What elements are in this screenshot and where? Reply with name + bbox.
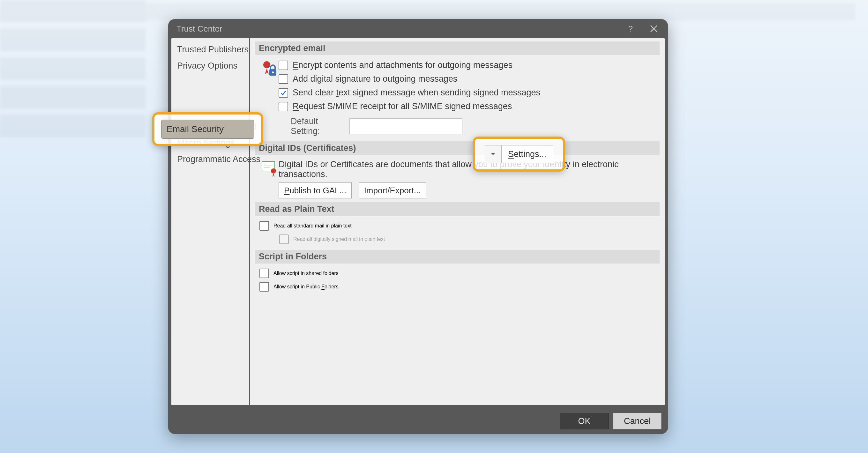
content-pane: Encrypted email Encrypt contents and att…: [250, 38, 665, 405]
trust-center-dialog: Trust Center ? Trusted Publishers Privac…: [168, 19, 668, 434]
opt-add-digital-signature[interactable]: Add digital signature to outgoing messag…: [279, 72, 656, 86]
bg-blur: [0, 115, 146, 137]
opt-read-standard-plain[interactable]: Read all standard mail in plain text: [255, 219, 660, 232]
bg-blur: [0, 57, 146, 80]
bg-blur: [0, 29, 146, 51]
section-header-encrypted-email: Encrypted email: [255, 41, 660, 55]
publish-to-gal-button[interactable]: Publish to GAL...: [279, 183, 352, 198]
default-setting-row: Default Setting:: [279, 113, 656, 137]
section-body-digital: Digital IDs or Certificates are document…: [255, 155, 660, 202]
bg-blur: [0, 0, 146, 22]
dialog-footer: OK Cancel: [560, 413, 661, 429]
section-body-encrypted: Encrypt contents and attachments for out…: [255, 55, 660, 141]
svg-point-0: [263, 61, 270, 68]
window-title: Trust Center: [177, 24, 222, 34]
opt-send-clear-text[interactable]: Send clear text signed message when send…: [279, 86, 656, 100]
default-setting-dropdown-button[interactable]: [485, 145, 501, 163]
checkbox-icon: [279, 234, 289, 244]
titlebar: Trust Center ?: [168, 19, 668, 38]
ribbon-lock-icon: [259, 58, 279, 78]
chevron-down-icon: [491, 153, 496, 156]
bg-blur: [0, 86, 146, 108]
svg-point-2: [272, 71, 274, 73]
default-setting-label: Default Setting:: [291, 117, 345, 136]
dialog-body: Trusted Publishers Privacy Options Autom…: [172, 38, 665, 405]
close-icon: [649, 24, 658, 33]
section-header-plain-text: Read as Plain Text: [255, 202, 660, 216]
default-setting-combo[interactable]: [349, 118, 462, 134]
sidebar-item-email-security[interactable]: Email Security: [161, 120, 254, 139]
checkbox-icon: [259, 221, 269, 231]
ok-button[interactable]: OK: [560, 413, 609, 429]
sidebar: Trusted Publishers Privacy Options Autom…: [172, 38, 250, 405]
checkbox-icon: [279, 61, 288, 70]
import-export-button[interactable]: Import/Export...: [359, 183, 426, 198]
opt-script-public[interactable]: Allow script in Public Folders: [255, 280, 660, 293]
opt-read-signed-plain: Read all digitally signed mail in plain …: [255, 232, 660, 246]
bg-blur: [146, 3, 855, 21]
highlight-email-security: Email Security: [152, 112, 263, 146]
section-header-script: Script in Folders: [255, 250, 660, 263]
sidebar-item-trusted-publishers[interactable]: Trusted Publishers: [172, 41, 249, 58]
opt-script-shared[interactable]: Allow script in shared folders: [255, 267, 660, 280]
checkbox-icon: [259, 282, 269, 292]
opt-request-smime-receipt[interactable]: Request S/MIME receipt for all S/MIME si…: [279, 100, 656, 113]
checkbox-icon: [259, 269, 269, 278]
digital-ids-description: Digital IDs or Certificates are document…: [279, 158, 656, 183]
sidebar-item-privacy-options[interactable]: Privacy Options: [172, 58, 249, 74]
close-button[interactable]: [648, 23, 660, 34]
checkbox-icon: [279, 102, 288, 111]
section-header-digital-ids: Digital IDs (Certificates): [255, 141, 660, 155]
sidebar-item-programmatic-access[interactable]: Programmatic Access: [172, 151, 249, 167]
help-button[interactable]: ?: [628, 24, 633, 34]
highlight-settings: Settings...: [473, 136, 565, 172]
certificate-icon: [259, 158, 279, 177]
checkbox-icon: [279, 74, 288, 84]
opt-encrypt-contents[interactable]: Encrypt contents and attachments for out…: [279, 58, 656, 72]
svg-point-7: [271, 168, 276, 173]
checkbox-icon: [279, 88, 288, 98]
settings-button[interactable]: Settings...: [501, 145, 553, 163]
cancel-button[interactable]: Cancel: [613, 413, 661, 429]
